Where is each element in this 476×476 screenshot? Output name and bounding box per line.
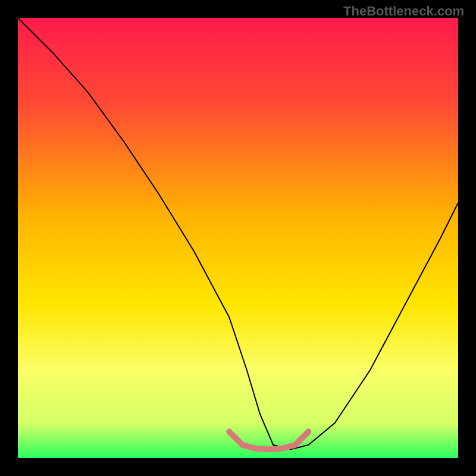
gradient-background <box>18 18 458 458</box>
chart-container: TheBottleneck.com <box>0 0 476 476</box>
watermark-text: TheBottleneck.com <box>343 4 464 19</box>
plot-area <box>18 18 458 458</box>
bottleneck-chart <box>18 18 458 458</box>
